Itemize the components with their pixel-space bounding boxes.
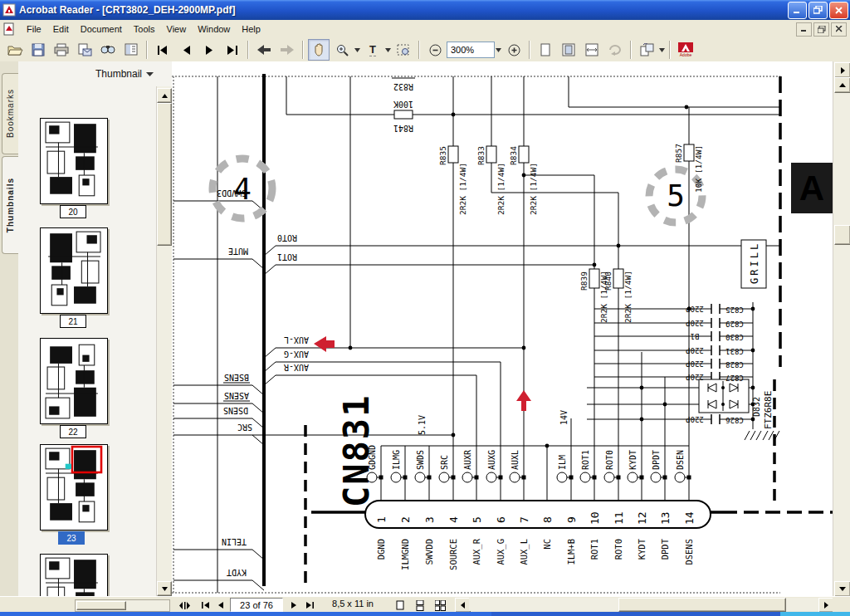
vscrollbar-thumb[interactable] <box>834 225 850 245</box>
status-next-page-button[interactable] <box>286 598 302 613</box>
scroll-up-button[interactable] <box>834 77 850 93</box>
fit-width-button[interactable] <box>581 39 603 61</box>
zoom-in-tool-button[interactable] <box>331 39 353 61</box>
continuous-facing-layout-button[interactable] <box>430 598 450 613</box>
svg-text:ILM+B: ILM+B <box>566 539 576 565</box>
svg-text:R832: R832 <box>393 82 413 91</box>
status-previous-page-button[interactable] <box>212 598 229 613</box>
svg-text:R834: R834 <box>509 146 518 165</box>
menu-file[interactable]: File <box>21 22 47 37</box>
panel-hscrollbar[interactable] <box>75 599 170 612</box>
navigation-pane-button[interactable] <box>120 39 142 61</box>
thumbnail-page-22[interactable] <box>40 338 108 424</box>
email-button[interactable] <box>74 39 95 61</box>
resistor-r841-labels: R832 100K R841 <box>392 78 415 133</box>
restore-button[interactable] <box>808 2 828 19</box>
text-select-dropdown-arrow[interactable] <box>384 40 392 60</box>
mdi-minimize-button[interactable] <box>796 22 812 37</box>
fit-in-window-button[interactable] <box>558 39 579 61</box>
thumbnail-menu[interactable]: Thumbnail <box>95 68 154 80</box>
open-button[interactable] <box>4 39 26 61</box>
zoom-in-button[interactable] <box>503 39 525 61</box>
thumbnail-label-21[interactable]: 21 <box>60 315 86 328</box>
document-vscrollbar[interactable] <box>833 61 850 596</box>
thumbnails-scrollbar[interactable] <box>156 86 172 596</box>
thumbnails-scroll-down-button[interactable] <box>157 581 172 596</box>
status-first-page-button[interactable] <box>196 598 214 613</box>
reflow-button[interactable] <box>604 39 626 61</box>
text-select-tool-button[interactable]: T <box>362 39 383 61</box>
previous-page-button[interactable] <box>175 39 197 61</box>
go-forward-button[interactable] <box>276 39 298 61</box>
tab-thumbnails[interactable]: Thumbnails <box>2 156 18 254</box>
svg-text:220P: 220P <box>686 415 704 423</box>
thumbnails-scroll-up-button[interactable] <box>157 88 172 103</box>
thumbnail-page-24[interactable] <box>40 554 108 596</box>
thumbnail-label-20[interactable]: 20 <box>60 205 86 218</box>
svg-text:DPDT: DPDT <box>660 538 670 560</box>
zoom-level-dropdown-arrow[interactable] <box>495 40 502 60</box>
svg-text:ILMG: ILMG <box>392 450 401 470</box>
thumbnail-page-21[interactable] <box>40 227 108 314</box>
continuous-layout-button[interactable] <box>410 598 430 613</box>
find-button[interactable] <box>97 39 119 61</box>
mdi-close-button[interactable] <box>831 22 847 37</box>
close-button[interactable] <box>829 2 848 19</box>
panel-hscrollbar-thumb[interactable] <box>76 601 126 610</box>
minimize-button[interactable] <box>788 2 807 19</box>
svg-text:R839: R839 <box>579 271 589 291</box>
thumbnails-scrollbar-thumb[interactable] <box>157 103 172 246</box>
menu-document[interactable]: Document <box>75 22 128 37</box>
svg-text:C826: C826 <box>725 416 744 424</box>
menu-view[interactable]: View <box>161 22 193 37</box>
last-page-button[interactable] <box>222 39 243 61</box>
document-hscrollbar[interactable] <box>469 598 818 611</box>
zoom-out-button[interactable] <box>424 39 446 61</box>
voltage-14v-label: 14V <box>559 410 569 425</box>
svg-text:7: 7 <box>518 516 530 523</box>
hand-tool-button[interactable] <box>308 39 330 61</box>
red-left-arrow <box>314 336 335 352</box>
single-page-layout-button[interactable] <box>390 598 410 613</box>
menu-help[interactable]: Help <box>236 22 266 37</box>
snapshot-tool-button[interactable] <box>393 39 414 61</box>
zoom-level-input[interactable]: 300% <box>447 42 495 58</box>
svg-text:AUX_R: AUX_R <box>471 538 482 565</box>
status-last-page-button[interactable] <box>300 598 319 613</box>
svg-text:AUX-L: AUX-L <box>284 335 309 345</box>
adobe-label: Adobe <box>680 52 691 57</box>
save-button[interactable] <box>27 39 49 61</box>
mdi-restore-button[interactable] <box>813 22 829 37</box>
menu-edit[interactable]: Edit <box>47 22 75 37</box>
svg-text:ROT0: ROT0 <box>613 539 623 560</box>
adobe-logo[interactable]: Adobe <box>675 39 696 61</box>
page-indicator[interactable]: 23 of 76 <box>230 598 283 612</box>
actual-size-button[interactable] <box>535 39 556 61</box>
thumbnail-label-22[interactable]: 22 <box>60 425 86 438</box>
rotate-view-dropdown-arrow[interactable] <box>658 40 666 60</box>
svg-text:AUXL: AUXL <box>510 450 520 470</box>
next-page-button[interactable] <box>198 39 220 61</box>
document-view[interactable]: 4 5 CN831 <box>172 61 833 596</box>
scroll-down-button[interactable] <box>834 581 850 597</box>
tab-thumbnails-label: Thumbnails <box>6 178 15 232</box>
svg-text:ROT0: ROT0 <box>277 233 297 242</box>
tab-bookmarks[interactable]: Bookmarks <box>2 73 18 154</box>
svg-text:KYDT: KYDT <box>628 450 638 470</box>
rotate-view-button[interactable] <box>636 39 657 61</box>
bus-right-labels: ROT0 ROT1 AUX-L AUX-G AUX-R <box>277 233 309 372</box>
first-page-button[interactable] <box>152 39 173 61</box>
thumbnail-label-23-selected[interactable]: 23 <box>58 531 85 545</box>
menu-window[interactable]: Window <box>192 22 236 37</box>
svg-text:R841: R841 <box>393 124 413 133</box>
splitter-toggle-button[interactable] <box>173 598 195 613</box>
zoom-tool-dropdown-arrow[interactable] <box>354 40 361 60</box>
thumbnail-page-23[interactable] <box>40 444 108 530</box>
hscrollbar-thumb[interactable] <box>618 598 786 612</box>
go-back-button[interactable] <box>253 39 275 61</box>
pane-expand-button[interactable] <box>834 62 850 78</box>
print-button[interactable] <box>51 39 72 61</box>
menu-tools[interactable]: Tools <box>128 22 161 37</box>
thumbnail-page-20[interactable] <box>40 118 108 204</box>
mdi-window-buttons <box>794 22 847 37</box>
